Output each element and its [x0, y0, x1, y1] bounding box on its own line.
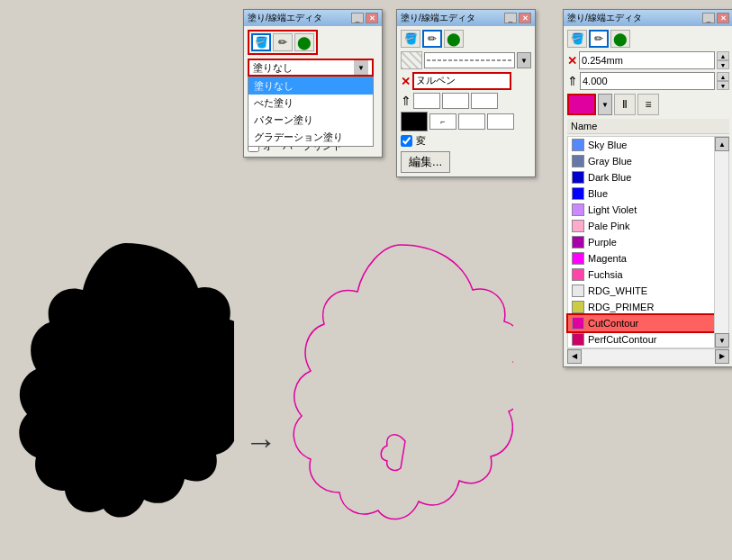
color-list-item[interactable]: Light Violet — [568, 202, 714, 218]
color-list-item[interactable]: Pale Pink — [568, 218, 714, 234]
color-dot — [572, 203, 584, 216]
miter-row: ⇑ 4.000 ▲ ▼ — [567, 72, 729, 90]
swatch-btn-2[interactable]: ≡ — [637, 94, 659, 115]
p3-pen-icon[interactable]: ✏ — [589, 30, 609, 48]
color-list-item[interactable]: RDG_WHITE — [568, 283, 714, 299]
color-list-item[interactable]: Magenta — [568, 250, 714, 266]
stroke-color-swatch[interactable] — [401, 112, 428, 131]
panel2-minimize[interactable]: _ — [504, 13, 517, 23]
current-color-swatch[interactable] — [567, 94, 596, 115]
fill-option-pattern[interactable]: パターン塗り — [249, 112, 373, 129]
color-list-item[interactable]: Fuchsia — [568, 266, 714, 283]
color-item-name: RDG_PRIMER — [588, 302, 654, 312]
miter-value: 4.000 — [583, 76, 608, 86]
join-option-1[interactable]: ⌐ — [429, 113, 456, 130]
width-input[interactable]: 0.254mm — [579, 51, 715, 69]
color-item-name: Gray Blue — [588, 156, 632, 167]
width-down[interactable]: ▼ — [717, 60, 729, 69]
p3-circle-icon[interactable]: ⬤ — [610, 30, 630, 48]
width-row: ✕ 0.254mm ▲ ▼ — [567, 51, 729, 69]
p3-fill-icon[interactable]: 🪣 — [567, 30, 587, 48]
line-pattern-indicator — [401, 51, 422, 69]
fill-option-gradient[interactable]: グラデーション塗り — [249, 129, 373, 146]
stroke-type-label: ヌルペン — [416, 75, 456, 86]
panel2-toolbar: 🪣 ✏ ⬤ — [401, 30, 531, 48]
hscroll-left-btn[interactable]: ◀ — [567, 349, 582, 364]
color-dot — [572, 317, 584, 330]
fill-option-solid[interactable]: べた塗り — [249, 95, 373, 112]
pen-tool-icon[interactable]: ✏ — [273, 33, 293, 51]
panel1-minimize[interactable]: _ — [351, 13, 364, 23]
join-options: ⌐ — [429, 113, 514, 130]
black-blob — [18, 234, 234, 522]
panel3-close[interactable]: ✕ — [717, 13, 729, 23]
cap-option-1[interactable] — [413, 93, 440, 109]
fill-type-list[interactable]: 塗りなし べた塗り パターン塗り グラデーション塗り — [248, 77, 374, 147]
miter-input[interactable]: 4.000 — [580, 72, 715, 90]
color-list-item[interactable]: Sky Blue — [568, 137, 714, 153]
cap-option-2[interactable] — [442, 93, 469, 109]
checkbox-edit-row: 変 — [401, 134, 531, 148]
line-svg — [427, 56, 512, 65]
panel3-minimize[interactable]: _ — [702, 13, 715, 23]
stroke-type-input[interactable]: ヌルペン — [412, 72, 511, 90]
panel1-titlebar[interactable]: 塗り/線端エディタ _ ✕ — [244, 10, 382, 26]
color-dot — [572, 139, 584, 151]
panel2-close[interactable]: ✕ — [519, 13, 531, 23]
scroll-down-btn[interactable]: ▼ — [715, 333, 729, 348]
color-list-item[interactable]: RDG_PRIMER — [568, 299, 714, 315]
color-dot — [572, 171, 584, 184]
stroke-type-row: ✕ ヌルペン — [401, 72, 531, 90]
vary-checkbox[interactable] — [401, 135, 412, 147]
dropdown-arrow-icon[interactable]: ▼ — [354, 60, 368, 75]
join-option-3[interactable] — [487, 113, 514, 130]
swatch-btn-1[interactable]: Ⅱ — [614, 94, 636, 115]
panel1-buttons: _ ✕ — [351, 13, 378, 23]
fill-type-label: 塗りなし — [253, 61, 293, 75]
cap-option-3[interactable] — [471, 93, 498, 109]
color-list-item[interactable]: Blue — [568, 185, 714, 202]
color-item-name: Sky Blue — [588, 140, 627, 150]
fill-editor-panel: 塗り/線端エディタ _ ✕ 🪣 ✏ ⬤ 塗りなし ▼ 塗りなし べた塗り パター… — [243, 9, 383, 158]
color-dot — [572, 187, 584, 200]
p2-pen-icon[interactable]: ✏ — [422, 30, 442, 48]
color-list-item[interactable]: Gray Blue — [568, 153, 714, 169]
scroll-up-btn[interactable]: ▲ — [715, 137, 729, 151]
join-option-2[interactable] — [458, 113, 485, 130]
miter-up[interactable]: ▲ — [717, 72, 729, 81]
panel1-content: 🪣 ✏ ⬤ 塗りなし ▼ 塗りなし べた塗り パターン塗り グラデーション塗り … — [244, 26, 382, 157]
fill-type-dropdown[interactable]: 塗りなし ▼ 塗りなし べた塗り パターン塗り グラデーション塗り — [248, 59, 378, 77]
color-list: Sky BlueGray BlueDark BlueBlueLight Viol… — [568, 137, 714, 348]
swatch-dropdown-btn[interactable]: ▼ — [598, 94, 612, 115]
fill-option-none[interactable]: 塗りなし — [249, 77, 373, 95]
scroll-track[interactable] — [715, 151, 728, 333]
color-list-scrollbar[interactable]: ▲ ▼ — [714, 137, 728, 348]
panel3-content: 🪣 ✏ ⬤ ✕ 0.254mm ▲ ▼ ⇑ 4.000 ▲ ▼ — [564, 26, 732, 366]
color-dot — [572, 285, 584, 297]
color-item-name: CutContour — [588, 318, 638, 329]
panel1-close[interactable]: ✕ — [366, 13, 378, 23]
color-item-name: Light Violet — [588, 204, 637, 215]
circle-tool-icon[interactable]: ⬤ — [294, 33, 314, 51]
fill-type-btn[interactable]: 塗りなし ▼ — [248, 59, 374, 77]
color-list-item[interactable]: Dark Blue — [568, 169, 714, 185]
color-item-name: Magenta — [588, 253, 627, 264]
panel3-titlebar[interactable]: 塗り/線端エディタ _ ✕ — [564, 10, 732, 26]
color-item-name: PerfCutContour — [588, 334, 656, 345]
fill-tool-icon[interactable]: 🪣 — [251, 33, 271, 51]
line-dropdown-arrow[interactable]: ▼ — [517, 52, 531, 68]
panel2-titlebar[interactable]: 塗り/線端エディタ _ ✕ — [397, 10, 535, 26]
hscroll-track[interactable] — [582, 349, 715, 363]
miter-down[interactable]: ▼ — [717, 81, 729, 90]
width-up[interactable]: ▲ — [717, 51, 729, 60]
edit-button[interactable]: 編集... — [401, 151, 450, 173]
hscroll-right-btn[interactable]: ▶ — [715, 349, 729, 364]
panel2-content: 🪣 ✏ ⬤ ▼ ✕ ヌルペン ⇑ — [397, 26, 535, 176]
color-list-hscroll[interactable]: ◀ ▶ — [567, 348, 729, 363]
color-item-name: RDG_WHITE — [588, 285, 647, 296]
color-list-item[interactable]: CutContour — [568, 315, 714, 331]
color-list-item[interactable]: Purple — [568, 234, 714, 250]
p2-fill-icon[interactable]: 🪣 — [401, 30, 420, 48]
p2-circle-icon[interactable]: ⬤ — [444, 30, 464, 48]
color-list-item[interactable]: PerfCutContour — [568, 331, 714, 348]
